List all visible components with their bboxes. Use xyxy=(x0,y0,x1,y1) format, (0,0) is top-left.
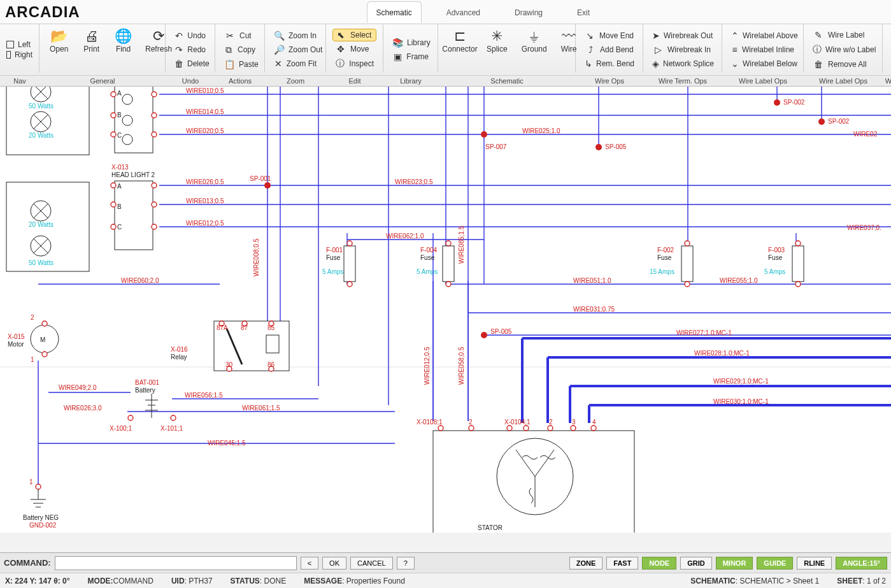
undo-button[interactable]: ↶Undo xyxy=(172,29,208,42)
lbl-w045: WIRE045;1.5 xyxy=(208,440,246,447)
component-f004[interactable]: F-004 Fuse 5 Amps xyxy=(417,241,454,287)
redo-button[interactable]: ↷Redo xyxy=(172,43,208,56)
svg-point-47 xyxy=(111,132,116,137)
help-button[interactable]: ? xyxy=(397,557,415,570)
topbar: ARCADIA Schematic Advanced Drawing Exit xyxy=(0,0,891,24)
splice-label: Splice xyxy=(487,45,508,54)
component-ground[interactable]: Battery NEG GND-002 1 xyxy=(23,478,59,529)
wirelabel-above-button[interactable]: ⌃Wirelabel Above xyxy=(729,29,797,42)
status-uid-l: UID xyxy=(171,577,185,585)
zoom-out-button[interactable]: 🔎Zoom Out xyxy=(271,43,319,56)
nav-left-label: Left xyxy=(18,40,31,49)
redo-icon: ↷ xyxy=(175,45,183,55)
zoom-fit-label: Zoom Fit xyxy=(287,59,317,68)
move-button[interactable]: ✥Move xyxy=(332,43,376,55)
cut-button[interactable]: ✂Cut xyxy=(222,29,258,42)
inspect-label: Inspect xyxy=(349,59,374,68)
tab-advanced[interactable]: Advanced xyxy=(437,1,490,23)
component-headlight1[interactable]: 50 Watts 20 Watts xyxy=(6,87,89,155)
group-edit-label: Edit xyxy=(326,75,383,86)
splice-button[interactable]: ✳Splice xyxy=(483,27,511,56)
toggle-minor[interactable]: MINOR xyxy=(716,557,753,570)
add-bend-button[interactable]: ⤴Add Bend xyxy=(582,43,636,56)
component-battery[interactable]: BAT-001 Battery X-100;1 X-101;1 xyxy=(110,379,183,432)
svg-point-62 xyxy=(347,241,352,246)
component-f002[interactable]: F-002 Fuse 15 Amps xyxy=(650,241,693,287)
gnd-ref: GND-002 xyxy=(29,522,57,529)
x016-ref: X-016 xyxy=(171,346,188,353)
globe-icon: 🌐 xyxy=(115,29,132,43)
find-button[interactable]: 🌐Find xyxy=(111,27,136,56)
delete-label: Delete xyxy=(187,59,210,68)
select-button[interactable]: ⬉Select xyxy=(332,29,376,41)
ground-button[interactable]: ⏚Ground xyxy=(519,27,550,56)
cancel-button[interactable]: CANCEL xyxy=(350,557,393,570)
lbl-w055: WIRE055;1.0 xyxy=(720,277,758,284)
connector-top1[interactable]: A B C xyxy=(111,87,157,153)
wirelabel-below-button[interactable]: ⌄Wirelabel Below xyxy=(729,57,797,70)
component-f003[interactable]: F-003 Fuse 5 Amps xyxy=(764,241,804,287)
schematic-canvas[interactable]: 50 Watts 20 Watts A B C X-013 HEAD LIGHT… xyxy=(0,87,891,533)
remove-all-button[interactable]: 🗑Remove All xyxy=(810,58,876,71)
component-motor[interactable]: M X-015 Motor 2 1 xyxy=(8,314,59,363)
f002-rating: 15 Amps xyxy=(650,268,674,275)
toggle-node[interactable]: NODE xyxy=(642,557,676,570)
connector-headlight2[interactable]: A B C xyxy=(111,181,157,250)
frame-button[interactable]: ▣Frame xyxy=(390,50,431,63)
network-splice-button[interactable]: ◈Network Splice xyxy=(650,57,715,70)
wire-wo-label-button[interactable]: ⓘWire w/o Label xyxy=(810,43,876,57)
connector-button[interactable]: ⊏Connector xyxy=(445,27,475,56)
wirelabel-inline-button[interactable]: ≡Wirelabel Inline xyxy=(729,43,797,56)
status-msg-l: MESSAGE xyxy=(304,577,342,585)
rem-bend-button[interactable]: ↳Rem. Bend xyxy=(582,57,636,70)
component-f001[interactable]: F-001 Fuse 5 Amps xyxy=(322,241,355,287)
f004-ref: F-004 xyxy=(420,247,438,254)
svg-rect-64 xyxy=(443,246,454,282)
toggle-grid[interactable]: GRID xyxy=(680,557,712,570)
lbl-w037: WIRE037;0. xyxy=(847,224,881,231)
wirelabel-below-label: Wirelabel Below xyxy=(743,59,797,68)
delete-button[interactable]: 🗑Delete xyxy=(172,57,208,70)
svg-point-46 xyxy=(111,113,116,118)
label-above-icon: ⌃ xyxy=(731,31,739,41)
tab-schematic[interactable]: Schematic xyxy=(367,1,422,23)
zoom-fit-button[interactable]: ✕Zoom Fit xyxy=(271,57,319,70)
open-button[interactable]: 📂Open xyxy=(46,27,72,56)
svg-rect-96 xyxy=(433,431,634,533)
command-input[interactable] xyxy=(55,556,297,570)
svg-point-108 xyxy=(595,144,602,150)
toggle-guide[interactable]: GUIDE xyxy=(757,557,793,570)
print-button[interactable]: 🖨Print xyxy=(80,27,103,56)
move-icon: ✥ xyxy=(335,44,346,54)
zoom-in-button[interactable]: 🔍Zoom In xyxy=(271,29,319,42)
frame-icon: ▣ xyxy=(392,52,403,62)
wirebreak-in-button[interactable]: ▷Wirebreak In xyxy=(650,43,715,56)
inspect-button[interactable]: ⓘInspect xyxy=(332,57,376,71)
tab-exit[interactable]: Exit xyxy=(567,1,599,23)
toggle-fast[interactable]: FAST xyxy=(606,557,638,570)
wire-label-button[interactable]: ✎Wire Label xyxy=(810,29,876,41)
wirebreak-out-button[interactable]: ➤Wirebreak Out xyxy=(650,29,715,42)
toggle-rline[interactable]: RLINE xyxy=(797,557,832,570)
component-stator[interactable]: X-0108;1 X-0104;1 2 2 3 4 STATOR xyxy=(417,419,634,533)
arrow-out-icon: ➤ xyxy=(652,31,660,41)
component-relay[interactable]: X-016 Relay 87A 87 85 30 86 xyxy=(171,321,289,371)
lbl-w031: WIRE031;0.75 xyxy=(573,306,615,313)
tab-drawing[interactable]: Drawing xyxy=(505,1,552,23)
toggle-angle[interactable]: ANGLE:15° xyxy=(836,557,887,570)
lbl-w014: WIRE014;0.5 xyxy=(186,108,224,115)
back-button[interactable]: < xyxy=(301,557,318,570)
status-sheet-l: SHEET xyxy=(837,577,862,585)
ok-button[interactable]: OK xyxy=(322,557,346,570)
paste-button[interactable]: 📋Paste xyxy=(222,58,258,71)
command-bar: COMMAND: < OK CANCEL ? ZONE FAST NODE GR… xyxy=(0,552,891,573)
library-button[interactable]: 📚Library xyxy=(390,36,431,49)
nav-left[interactable]: Left xyxy=(6,40,32,49)
nav-right[interactable]: Right xyxy=(6,50,32,59)
copy-button[interactable]: ⧉Copy xyxy=(222,43,258,57)
x013-name: HEAD LIGHT 2 xyxy=(111,171,155,178)
move-end-button[interactable]: ↘Move End xyxy=(582,29,636,42)
toggle-zone[interactable]: ZONE xyxy=(569,557,603,570)
status-msg-v: : Properties Found xyxy=(342,577,405,585)
group-undo-label: Undo xyxy=(166,75,215,86)
